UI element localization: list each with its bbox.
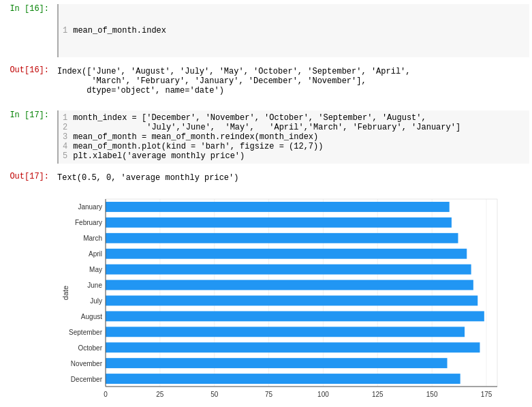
- svg-text:0: 0: [104, 391, 108, 398]
- bar-june: [106, 280, 473, 290]
- bar-chart: 0255075100125150175JanuaryFebruaryMarchA…: [54, 192, 511, 407]
- bar-december: [106, 374, 460, 384]
- bar-february: [106, 217, 452, 228]
- content-out16: Index(['June', 'August', 'July', 'May', …: [54, 64, 532, 98]
- output-text-17: Text(0.5, 0, 'average monthly price'): [57, 172, 529, 184]
- code-text: mean_of_month.plot(kind = 'barh', figsiz…: [73, 142, 323, 151]
- cell-in16: In [16]: 1 mean_of_month.index: [0, 0, 532, 61]
- svg-text:January: January: [78, 203, 102, 211]
- svg-text:50: 50: [210, 391, 219, 398]
- svg-text:May: May: [89, 266, 102, 273]
- prompt-out17: Out[17]:: [0, 170, 54, 185]
- y-axis-label: date: [61, 286, 69, 300]
- prompt-out16: Out[16]:: [0, 64, 54, 98]
- code-line: 2 'July','June', 'May', 'April','March',…: [63, 123, 525, 132]
- content-in17: 1month_index = ['December', 'November', …: [54, 109, 532, 165]
- svg-text:100: 100: [317, 391, 329, 398]
- code-text: mean_of_month.index: [73, 26, 166, 35]
- svg-text:July: July: [90, 297, 102, 305]
- svg-text:175: 175: [481, 391, 492, 398]
- code-text: mean_of_month = mean_of_month.reindex(mo…: [73, 132, 318, 142]
- cell-in17: In [17]: 1month_index = ['December', 'No…: [0, 106, 532, 168]
- line-num: 2: [63, 123, 67, 132]
- prompt-in17: In [17]:: [0, 109, 54, 165]
- svg-text:March: March: [83, 235, 102, 242]
- bar-march: [106, 233, 458, 243]
- code-line: 1month_index = ['December', 'November', …: [63, 113, 525, 123]
- code-block-in16[interactable]: 1 mean_of_month.index: [57, 4, 529, 57]
- svg-text:25: 25: [156, 391, 164, 398]
- svg-text:November: November: [71, 360, 103, 367]
- bar-october: [106, 342, 480, 352]
- bar-april: [106, 249, 467, 259]
- line-num: 4: [63, 142, 67, 151]
- output-text-16: Index(['June', 'August', 'July', 'May', …: [57, 65, 529, 97]
- svg-text:September: September: [69, 329, 103, 336]
- svg-text:February: February: [75, 219, 102, 226]
- svg-text:75: 75: [265, 391, 273, 398]
- code-line: 4mean_of_month.plot(kind = 'barh', figsi…: [63, 142, 525, 151]
- bar-august: [106, 311, 484, 321]
- bar-may: [106, 265, 471, 275]
- code-block-in17[interactable]: 1month_index = ['December', 'November', …: [57, 110, 529, 164]
- svg-text:June: June: [87, 282, 102, 289]
- cell-out17: Out[17]: Text(0.5, 0, 'average monthly p…: [0, 168, 532, 188]
- code-line: 3mean_of_month = mean_of_month.reindex(m…: [63, 132, 525, 142]
- content-out17: Text(0.5, 0, 'average monthly price'): [54, 170, 532, 185]
- code-line: 5plt.xlabel('average monthly price'): [63, 151, 525, 161]
- bar-november: [106, 358, 448, 368]
- svg-text:December: December: [71, 376, 103, 383]
- cell-out16: Out[16]: Index(['June', 'August', 'July'…: [0, 61, 532, 101]
- svg-text:125: 125: [372, 391, 384, 398]
- line-num: 1: [63, 26, 67, 35]
- line-num: 1: [63, 113, 67, 123]
- svg-text:August: August: [81, 313, 102, 320]
- code-line-1: 1 mean_of_month.index: [63, 26, 525, 35]
- svg-text:October: October: [78, 344, 102, 352]
- code-text: 'July','June', 'May', 'April','March', '…: [73, 123, 460, 132]
- line-num: 5: [63, 151, 67, 161]
- code-text: plt.xlabel('average monthly price'): [73, 151, 245, 161]
- bar-january: [106, 202, 450, 212]
- prompt-in16: In [16]:: [0, 3, 54, 59]
- content-in16: 1 mean_of_month.index: [54, 3, 532, 59]
- svg-text:150: 150: [426, 391, 438, 398]
- svg-text:April: April: [89, 250, 102, 258]
- bar-september: [106, 327, 465, 337]
- bar-july: [106, 296, 478, 306]
- code-text: month_index = ['December', 'November', '…: [73, 113, 426, 123]
- chart-wrapper: 0255075100125150175JanuaryFebruaryMarchA…: [54, 192, 525, 407]
- line-num: 3: [63, 132, 67, 142]
